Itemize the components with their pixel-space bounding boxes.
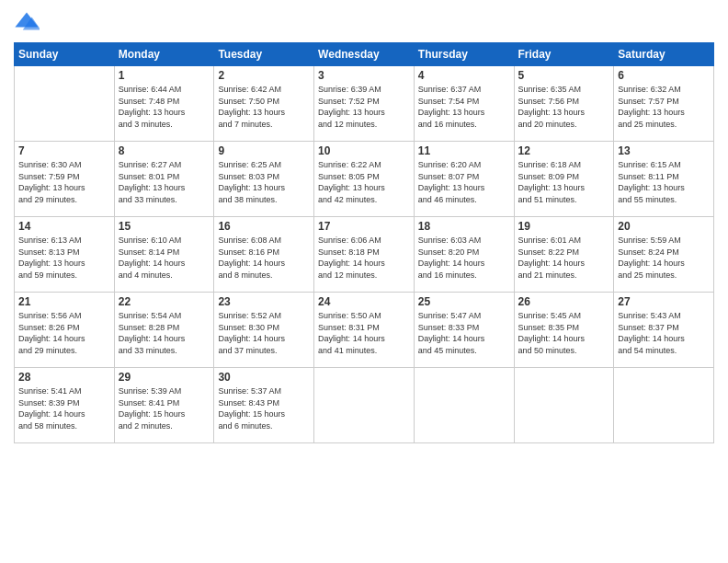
- calendar-day-cell: 13Sunrise: 6:15 AM Sunset: 8:11 PM Dayli…: [614, 142, 714, 217]
- day-number: 21: [18, 295, 110, 308]
- day-info: Sunrise: 5:52 AM Sunset: 8:30 PM Dayligh…: [218, 310, 310, 356]
- header: [14, 9, 714, 35]
- day-info: Sunrise: 5:43 AM Sunset: 8:37 PM Dayligh…: [618, 310, 710, 356]
- calendar-header-cell: Monday: [114, 43, 214, 66]
- calendar-day-cell: 22Sunrise: 5:54 AM Sunset: 8:28 PM Dayli…: [114, 293, 214, 368]
- calendar-week-row: 7Sunrise: 6:30 AM Sunset: 7:59 PM Daylig…: [15, 142, 714, 217]
- day-number: 29: [119, 371, 210, 384]
- day-info: Sunrise: 5:37 AM Sunset: 8:43 PM Dayligh…: [218, 385, 310, 431]
- day-number: 3: [318, 69, 410, 82]
- calendar-day-cell: 26Sunrise: 5:45 AM Sunset: 8:35 PM Dayli…: [514, 293, 614, 368]
- calendar-day-cell: [614, 368, 714, 443]
- calendar-body: 1Sunrise: 6:44 AM Sunset: 7:48 PM Daylig…: [15, 66, 714, 443]
- calendar-week-row: 1Sunrise: 6:44 AM Sunset: 7:48 PM Daylig…: [15, 66, 714, 142]
- day-number: 28: [18, 371, 110, 384]
- page: SundayMondayTuesdayWednesdayThursdayFrid…: [0, 0, 728, 563]
- day-info: Sunrise: 5:59 AM Sunset: 8:24 PM Dayligh…: [618, 235, 710, 281]
- day-info: Sunrise: 6:32 AM Sunset: 7:57 PM Dayligh…: [618, 84, 710, 130]
- day-number: 24: [318, 295, 410, 308]
- calendar-day-cell: 1Sunrise: 6:44 AM Sunset: 7:48 PM Daylig…: [114, 66, 214, 142]
- day-info: Sunrise: 5:39 AM Sunset: 8:41 PM Dayligh…: [119, 385, 210, 431]
- calendar-day-cell: 17Sunrise: 6:06 AM Sunset: 8:18 PM Dayli…: [314, 217, 415, 293]
- day-info: Sunrise: 6:13 AM Sunset: 8:13 PM Dayligh…: [18, 235, 110, 281]
- calendar-header: SundayMondayTuesdayWednesdayThursdayFrid…: [15, 43, 714, 66]
- calendar-day-cell: 3Sunrise: 6:39 AM Sunset: 7:52 PM Daylig…: [314, 66, 415, 142]
- calendar-day-cell: [514, 368, 614, 443]
- day-number: 14: [18, 220, 110, 233]
- day-number: 1: [119, 69, 210, 82]
- day-number: 11: [418, 144, 510, 157]
- calendar-day-cell: 16Sunrise: 6:08 AM Sunset: 8:16 PM Dayli…: [214, 217, 314, 293]
- calendar-header-cell: Thursday: [414, 43, 514, 66]
- day-info: Sunrise: 6:10 AM Sunset: 8:14 PM Dayligh…: [119, 235, 210, 281]
- calendar-day-cell: 15Sunrise: 6:10 AM Sunset: 8:14 PM Dayli…: [114, 217, 214, 293]
- day-number: 9: [218, 144, 310, 157]
- day-info: Sunrise: 6:39 AM Sunset: 7:52 PM Dayligh…: [318, 84, 410, 130]
- calendar-day-cell: 2Sunrise: 6:42 AM Sunset: 7:50 PM Daylig…: [214, 66, 314, 142]
- calendar-week-row: 28Sunrise: 5:41 AM Sunset: 8:39 PM Dayli…: [15, 368, 714, 443]
- day-info: Sunrise: 6:18 AM Sunset: 8:09 PM Dayligh…: [518, 159, 610, 205]
- calendar-day-cell: [314, 368, 415, 443]
- calendar-day-cell: 7Sunrise: 6:30 AM Sunset: 7:59 PM Daylig…: [15, 142, 115, 217]
- calendar-day-cell: 18Sunrise: 6:03 AM Sunset: 8:20 PM Dayli…: [414, 217, 514, 293]
- day-number: 17: [318, 220, 410, 233]
- day-number: 27: [618, 295, 710, 308]
- day-info: Sunrise: 6:20 AM Sunset: 8:07 PM Dayligh…: [418, 159, 510, 205]
- day-number: 2: [218, 69, 310, 82]
- calendar-day-cell: 23Sunrise: 5:52 AM Sunset: 8:30 PM Dayli…: [214, 293, 314, 368]
- day-info: Sunrise: 6:25 AM Sunset: 8:03 PM Dayligh…: [218, 159, 310, 205]
- day-number: 8: [119, 144, 210, 157]
- day-number: 6: [618, 69, 710, 82]
- calendar-day-cell: 6Sunrise: 6:32 AM Sunset: 7:57 PM Daylig…: [614, 66, 714, 142]
- day-number: 4: [418, 69, 510, 82]
- day-info: Sunrise: 6:27 AM Sunset: 8:01 PM Dayligh…: [119, 159, 210, 205]
- calendar-header-cell: Saturday: [614, 43, 714, 66]
- day-number: 15: [119, 220, 210, 233]
- day-number: 19: [518, 220, 610, 233]
- day-info: Sunrise: 6:30 AM Sunset: 7:59 PM Dayligh…: [18, 159, 110, 205]
- day-number: 18: [418, 220, 510, 233]
- calendar-day-cell: 28Sunrise: 5:41 AM Sunset: 8:39 PM Dayli…: [15, 368, 115, 443]
- logo: [14, 9, 43, 35]
- calendar-day-cell: 27Sunrise: 5:43 AM Sunset: 8:37 PM Dayli…: [614, 293, 714, 368]
- calendar-day-cell: 25Sunrise: 5:47 AM Sunset: 8:33 PM Dayli…: [414, 293, 514, 368]
- day-info: Sunrise: 5:56 AM Sunset: 8:26 PM Dayligh…: [18, 310, 110, 356]
- day-info: Sunrise: 6:03 AM Sunset: 8:20 PM Dayligh…: [418, 235, 510, 281]
- day-info: Sunrise: 6:15 AM Sunset: 8:11 PM Dayligh…: [618, 159, 710, 205]
- calendar-header-cell: Tuesday: [214, 43, 314, 66]
- calendar-day-cell: 24Sunrise: 5:50 AM Sunset: 8:31 PM Dayli…: [314, 293, 415, 368]
- calendar-day-cell: 11Sunrise: 6:20 AM Sunset: 8:07 PM Dayli…: [414, 142, 514, 217]
- calendar-day-cell: 21Sunrise: 5:56 AM Sunset: 8:26 PM Dayli…: [15, 293, 115, 368]
- day-number: 5: [518, 69, 610, 82]
- day-info: Sunrise: 6:22 AM Sunset: 8:05 PM Dayligh…: [318, 159, 410, 205]
- day-info: Sunrise: 6:44 AM Sunset: 7:48 PM Dayligh…: [119, 84, 210, 130]
- calendar-header-row: SundayMondayTuesdayWednesdayThursdayFrid…: [15, 43, 714, 66]
- calendar-day-cell: 5Sunrise: 6:35 AM Sunset: 7:56 PM Daylig…: [514, 66, 614, 142]
- calendar-day-cell: 19Sunrise: 6:01 AM Sunset: 8:22 PM Dayli…: [514, 217, 614, 293]
- day-info: Sunrise: 6:37 AM Sunset: 7:54 PM Dayligh…: [418, 84, 510, 130]
- day-info: Sunrise: 5:47 AM Sunset: 8:33 PM Dayligh…: [418, 310, 510, 356]
- calendar-week-row: 14Sunrise: 6:13 AM Sunset: 8:13 PM Dayli…: [15, 217, 714, 293]
- day-number: 25: [418, 295, 510, 308]
- day-info: Sunrise: 6:35 AM Sunset: 7:56 PM Dayligh…: [518, 84, 610, 130]
- day-number: 23: [218, 295, 310, 308]
- day-info: Sunrise: 6:42 AM Sunset: 7:50 PM Dayligh…: [218, 84, 310, 130]
- day-info: Sunrise: 5:50 AM Sunset: 8:31 PM Dayligh…: [318, 310, 410, 356]
- day-info: Sunrise: 5:54 AM Sunset: 8:28 PM Dayligh…: [119, 310, 210, 356]
- calendar-day-cell: 4Sunrise: 6:37 AM Sunset: 7:54 PM Daylig…: [414, 66, 514, 142]
- day-number: 20: [618, 220, 710, 233]
- day-info: Sunrise: 5:41 AM Sunset: 8:39 PM Dayligh…: [18, 385, 110, 431]
- calendar-header-cell: Sunday: [15, 43, 115, 66]
- logo-icon: [14, 9, 40, 35]
- day-info: Sunrise: 6:08 AM Sunset: 8:16 PM Dayligh…: [218, 235, 310, 281]
- calendar-day-cell: 12Sunrise: 6:18 AM Sunset: 8:09 PM Dayli…: [514, 142, 614, 217]
- day-info: Sunrise: 5:45 AM Sunset: 8:35 PM Dayligh…: [518, 310, 610, 356]
- calendar-day-cell: 8Sunrise: 6:27 AM Sunset: 8:01 PM Daylig…: [114, 142, 214, 217]
- day-number: 30: [218, 371, 310, 384]
- calendar-header-cell: Friday: [514, 43, 614, 66]
- day-number: 26: [518, 295, 610, 308]
- day-number: 10: [318, 144, 410, 157]
- calendar-day-cell: 29Sunrise: 5:39 AM Sunset: 8:41 PM Dayli…: [114, 368, 214, 443]
- calendar-day-cell: 10Sunrise: 6:22 AM Sunset: 8:05 PM Dayli…: [314, 142, 415, 217]
- day-number: 22: [119, 295, 210, 308]
